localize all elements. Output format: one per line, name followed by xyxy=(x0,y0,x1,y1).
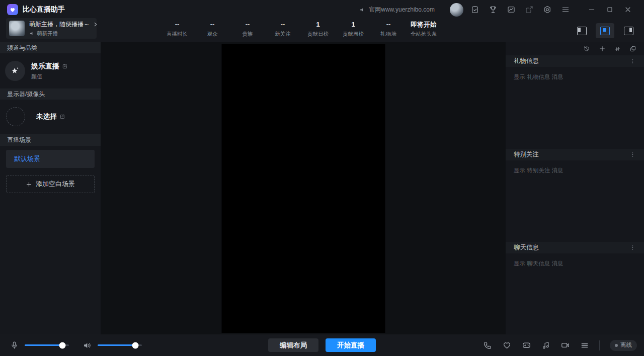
stat-nobles: --贵族 xyxy=(230,19,265,42)
speaker-volume-group xyxy=(83,341,142,350)
speaker-volume-slider[interactable] xyxy=(98,344,142,346)
gift-info-section: 礼物信息 显示 礼物信息 消息 xyxy=(506,55,644,149)
channel-title: 娱乐直播 xyxy=(31,62,59,71)
app-title: 比心直播助手 xyxy=(23,5,65,14)
chevron-right-icon xyxy=(93,22,98,27)
category-star-icon xyxy=(5,61,25,81)
streamer-status: 萌新开播 xyxy=(37,30,58,37)
section-channel-category: 频道与品类 xyxy=(0,42,101,53)
footer-bar: 编辑布局 开始直播 离线 xyxy=(0,334,644,356)
live-stats-bar: --直播时长 --观众 --贵族 --新关注 1贡献日榜 1贡献周榜 xyxy=(159,19,441,42)
channel-item[interactable]: 娱乐直播 颜值 xyxy=(0,53,101,88)
gift-info-title: 礼物信息 xyxy=(514,57,539,65)
announce-icon xyxy=(359,7,366,13)
layout-left-panel-toggle[interactable] xyxy=(574,23,589,38)
subheader: 萌新主播，随便播播～ 萌新开播 --直播时长 xyxy=(0,19,644,42)
stage-canvas[interactable] xyxy=(101,42,506,334)
streamer-profile-chip[interactable]: 萌新主播，随便播播～ 萌新开播 xyxy=(6,18,97,39)
scene-default-label: 默认场景 xyxy=(14,154,40,163)
section-live-scenes: 直播场景 xyxy=(0,134,101,146)
special-follow-title: 特别关注 xyxy=(514,150,539,159)
titlebar: 比心直播助手 官网www.yuerzhibo.com xyxy=(0,0,644,19)
section-display-camera: 显示器/摄像头 xyxy=(0,88,101,100)
layout-right-panel-toggle[interactable] xyxy=(621,23,636,38)
horn-icon xyxy=(29,31,35,36)
video-preview[interactable] xyxy=(221,44,385,333)
close-icon[interactable] xyxy=(619,6,637,14)
video-camera-icon[interactable] xyxy=(560,340,570,350)
chat-info-section: 聊天信息 显示 聊天信息 消息 xyxy=(506,242,644,334)
official-website[interactable]: 官网www.yuerzhibo.com xyxy=(359,6,435,14)
stat-gift-wall[interactable]: --礼物墙 xyxy=(371,19,406,42)
speaker-volume-knob[interactable] xyxy=(132,342,138,348)
add-scene-label: 添加空白场景 xyxy=(36,180,75,189)
mic-volume-slider[interactable] xyxy=(25,344,69,346)
streamer-name: 萌新主播，随便播播～ xyxy=(29,20,90,29)
phone-icon[interactable] xyxy=(483,341,492,350)
trophy-icon[interactable] xyxy=(484,5,502,14)
offline-label: 离线 xyxy=(620,341,632,349)
stat-headline[interactable]: 即将开始全站抢头条 xyxy=(406,19,441,42)
stat-viewers: --观众 xyxy=(195,19,230,42)
settings-icon[interactable] xyxy=(538,5,556,14)
gift-info-hint: 显示 礼物信息 消息 xyxy=(514,73,636,81)
gamepad-icon[interactable] xyxy=(522,340,531,350)
gift-info-menu-icon[interactable] xyxy=(629,58,636,64)
empty-source-circle xyxy=(6,107,25,126)
footer-tools: 离线 xyxy=(483,340,644,351)
edit-source-icon[interactable] xyxy=(59,114,65,120)
minimize-icon[interactable] xyxy=(583,6,601,14)
more-tools-icon[interactable] xyxy=(580,341,589,350)
layout-center-toggle[interactable] xyxy=(596,23,614,38)
microphone-icon[interactable] xyxy=(10,341,19,349)
chat-info-hint: 显示 聊天信息 消息 xyxy=(514,260,636,268)
maximize-icon[interactable] xyxy=(601,6,619,14)
message-panel: 礼物信息 显示 礼物信息 消息 特别关注 显示 特别关注 消息 聊天信息 xyxy=(506,42,644,334)
share-icon[interactable] xyxy=(520,5,538,14)
chat-info-title: 聊天信息 xyxy=(514,243,539,252)
app-window: 比心直播助手 官网www.yuerzhibo.com xyxy=(0,0,644,356)
stat-new-follows: --新关注 xyxy=(265,19,300,42)
heart-icon[interactable] xyxy=(502,340,512,350)
stat-duration: --直播时长 xyxy=(159,19,195,42)
plus-icon xyxy=(26,181,32,188)
add-scene-button[interactable]: 添加空白场景 xyxy=(6,175,95,193)
user-avatar[interactable] xyxy=(450,3,463,17)
add-panel-icon[interactable] xyxy=(599,45,606,52)
mic-volume-knob[interactable] xyxy=(59,342,65,348)
mic-volume-group xyxy=(10,341,69,349)
streamer-avatar xyxy=(9,21,25,36)
channel-subtitle: 颜值 xyxy=(31,73,68,80)
edit-layout-button[interactable]: 编辑布局 xyxy=(268,338,318,352)
start-live-button[interactable]: 开始直播 xyxy=(326,338,376,352)
chat-info-menu-icon[interactable] xyxy=(629,244,636,251)
special-follow-menu-icon[interactable] xyxy=(629,151,636,158)
scene-default[interactable]: 默认场景 xyxy=(6,150,95,168)
music-icon[interactable] xyxy=(541,341,550,350)
stats-chart-icon[interactable] xyxy=(502,5,520,14)
special-follow-section: 特别关注 显示 特别关注 消息 xyxy=(506,149,644,242)
layout-toggles xyxy=(574,19,636,42)
display-source-item[interactable]: 未选择 xyxy=(0,100,101,134)
special-follow-hint: 显示 特别关注 消息 xyxy=(514,167,636,174)
stat-weekly-rank[interactable]: 1贡献周榜 xyxy=(336,19,371,42)
app-logo-icon xyxy=(7,4,18,15)
display-source-title: 未选择 xyxy=(36,112,57,121)
menu-icon[interactable] xyxy=(556,5,575,14)
header: 比心直播助手 官网www.yuerzhibo.com xyxy=(0,0,644,42)
left-sidebar: 频道与品类 娱乐直播 颜值 显示器/摄像头 未选择 xyxy=(0,42,101,334)
footer-divider xyxy=(599,340,600,350)
stat-daily-rank[interactable]: 1贡献日榜 xyxy=(300,19,336,42)
website-text: 官网www.yuerzhibo.com xyxy=(369,6,435,14)
task-icon[interactable] xyxy=(466,5,484,14)
history-icon[interactable] xyxy=(583,45,590,52)
popout-icon[interactable] xyxy=(629,45,636,52)
sort-icon[interactable] xyxy=(614,46,621,52)
edit-channel-icon[interactable] xyxy=(62,63,68,69)
network-status-badge[interactable]: 离线 xyxy=(610,340,637,351)
speaker-icon[interactable] xyxy=(83,341,92,350)
panel-toolbar xyxy=(506,42,644,55)
offline-dot-icon xyxy=(615,344,618,347)
